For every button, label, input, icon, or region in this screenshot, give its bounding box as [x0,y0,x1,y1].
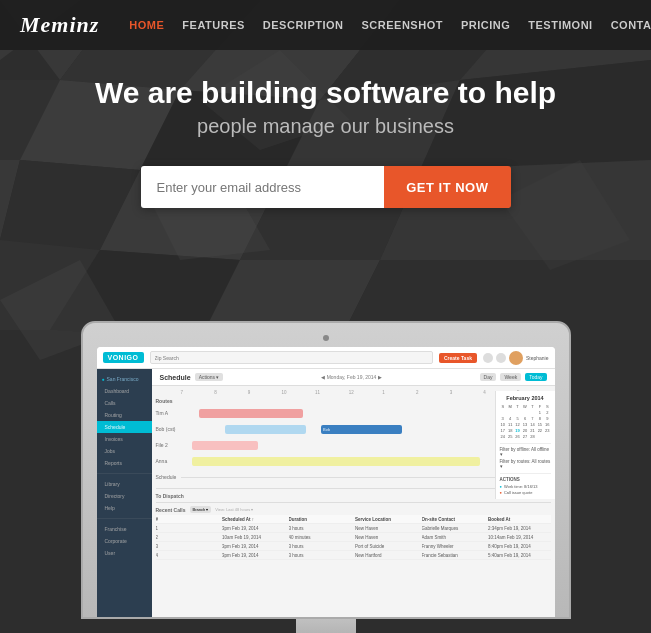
schedule-bar-bob1 [225,425,306,434]
create-task-button[interactable]: Create Task [439,353,477,363]
cal-day[interactable]: 11 [507,422,513,427]
cal-day[interactable]: 6 [522,416,528,421]
cal-day[interactable]: 7 [529,416,535,421]
cal-day[interactable]: 25 [507,434,513,439]
call-issue-item: ● Call issue quote [500,490,551,495]
cal-day[interactable] [522,410,528,415]
cal-today[interactable]: 19 [514,428,520,433]
schedule-row-tim: Tim A [156,406,551,420]
cal-day[interactable]: 2 [544,410,550,415]
schedule-bar-tim [199,409,303,418]
cal-day[interactable]: 16 [544,422,550,427]
cal-day[interactable]: 5 [514,416,520,421]
cell-contact-1: Gabrielle Marques [422,526,485,531]
nav-description[interactable]: DESCRIPTION [263,19,344,31]
table-row: 2 10am Feb 19, 2014 40 minutes New Haven… [156,533,551,542]
cell-dur-2: 40 minutes [289,535,352,540]
sidebar-reports[interactable]: Reports [97,457,152,469]
cell-num-3: 3 [156,544,219,549]
hero-subtitle: people manage our business [197,115,454,138]
sidebar-directory[interactable]: Directory [97,490,152,502]
cal-day[interactable]: 24 [500,434,506,439]
cal-day[interactable]: 13 [522,422,528,427]
col-scheduled: Scheduled At ↑ [222,517,285,522]
cal-day[interactable]: 22 [537,428,543,433]
schedule-row-bob: Bob (cst) Bob [156,422,551,436]
monitor: VONIGO Create Task Stephanie [81,321,571,633]
actions-section: ACTIONS ● Work time: 8/16/13 ● Call issu… [500,473,551,495]
sidebar-routing[interactable]: Routing [97,409,152,421]
cal-dow: W [522,404,528,409]
cal-day[interactable]: 17 [500,428,506,433]
sidebar-library[interactable]: Library [97,478,152,490]
cal-day[interactable]: 3 [500,416,506,421]
sidebar-help[interactable]: Help [97,502,152,514]
branch-dropdown[interactable]: Branch ▾ [190,506,212,513]
schedule-bar-file2 [192,441,259,450]
table-row: 4 3pm Feb 19, 2014 3 hours New Hartford … [156,551,551,560]
sidebar-corporate[interactable]: Corporate [97,535,152,547]
date-nav: ◀ Monday, Feb 19, 2014 ▶ [321,374,381,380]
cal-day[interactable]: 27 [522,434,528,439]
cal-day[interactable]: 10 [500,422,506,427]
cal-day[interactable]: 20 [522,428,528,433]
cal-day[interactable]: 1 [537,410,543,415]
actions-dropdown[interactable]: Actions ▾ [195,373,224,381]
sidebar-jobs[interactable]: Jobs [97,445,152,457]
sidebar-schedule[interactable]: Schedule [97,421,152,433]
cal-day[interactable] [500,410,506,415]
cell-contact-2: Adam Smith [422,535,485,540]
cal-day[interactable]: 28 [529,434,535,439]
schedule-body: 789 101112 123 45 Routes [152,386,555,612]
cell-booked-4: 5:40am Feb 19, 2014 [488,553,551,558]
app-main-content: Schedule Actions ▾ ◀ Monday, Feb 19, 201… [152,369,555,617]
week-btn[interactable]: Week [500,373,521,381]
nav-features[interactable]: FEATURES [182,19,244,31]
email-form: GET IT NOW [141,166,511,208]
nav-home[interactable]: HOME [129,19,164,31]
cal-day[interactable]: 8 [537,416,543,421]
app-search-input[interactable] [150,351,433,364]
day-btn[interactable]: Day [480,373,497,381]
sidebar-dashboard[interactable]: Dashboard [97,385,152,397]
cal-day[interactable]: 14 [529,422,535,427]
sidebar-calls[interactable]: Calls [97,397,152,409]
cal-day[interactable] [514,410,520,415]
cal-day[interactable]: 21 [529,428,535,433]
cal-day[interactable]: 9 [544,416,550,421]
nav-pricing[interactable]: PRICING [461,19,510,31]
section-divider [156,488,551,489]
get-it-now-button[interactable]: GET IT NOW [384,166,510,208]
cal-day[interactable]: 15 [537,422,543,427]
sidebar-franchise[interactable]: Franchise [97,523,152,535]
cal-day[interactable] [529,410,535,415]
nav-screenshot[interactable]: SCREENSHOT [362,19,443,31]
filter-label: View: Last 48 hours ▾ [215,507,253,512]
filter-section: Filter by offline: All offline ▾ Filter … [500,443,551,469]
cal-day[interactable]: 18 [507,428,513,433]
cal-day[interactable]: 12 [514,422,520,427]
cell-sched-3: 3pm Feb 19, 2014 [222,544,285,549]
nav-contact[interactable]: CONTACT [611,19,651,31]
cell-loc-3: Port of Suicide [355,544,418,549]
cal-day[interactable]: 23 [544,428,550,433]
cal-day[interactable]: 26 [514,434,520,439]
monitor-screen: VONIGO Create Task Stephanie [97,347,555,617]
app-topbar: VONIGO Create Task Stephanie [97,347,555,369]
monitor-stand-neck [296,619,356,633]
cal-day[interactable]: 4 [507,416,513,421]
monitor-camera [323,335,329,341]
email-input[interactable] [141,166,385,208]
settings-icon [496,353,506,363]
sidebar-user[interactable]: User [97,547,152,559]
cell-sched-2: 10am Feb 19, 2014 [222,535,285,540]
cal-dow: S [500,404,506,409]
nav-testimoni[interactable]: TESTIMONI [528,19,592,31]
cal-day[interactable] [507,410,513,415]
recent-calls-label: Recent Calls [156,507,186,513]
sidebar-invoices[interactable]: Invoices [97,433,152,445]
app-logo: VONIGO [103,352,144,363]
username-label: Stephanie [526,355,549,361]
cal-dow: M [507,404,513,409]
today-btn[interactable]: Today [525,373,546,381]
